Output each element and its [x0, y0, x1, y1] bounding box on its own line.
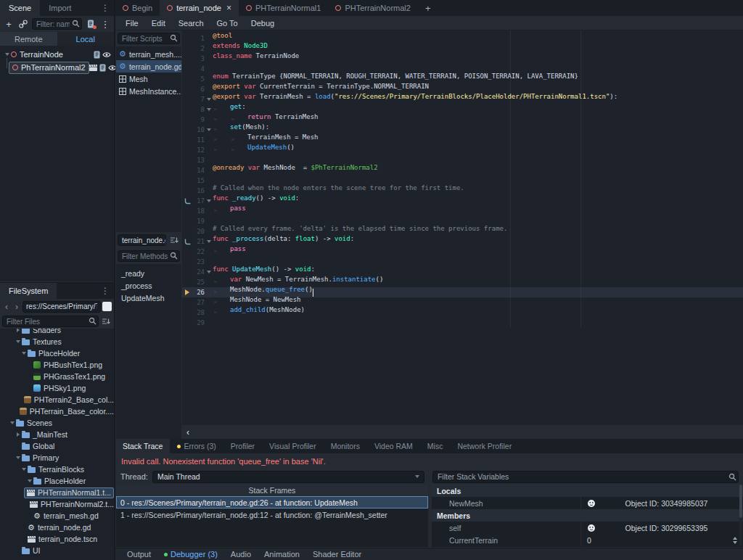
- script-list-item[interactable]: ⚙terrain_mesh....: [116, 48, 181, 60]
- fs-sort-icon[interactable]: [100, 316, 112, 327]
- code-line[interactable]: 28add_child(MeshNode): [182, 308, 743, 318]
- fs-tree-row[interactable]: Primary: [0, 452, 114, 464]
- fs-tree-row[interactable]: Shaders: [0, 329, 114, 336]
- scene-toolbar-menu-icon[interactable]: ⋮: [99, 18, 111, 30]
- fold-toggle[interactable]: [26, 479, 33, 482]
- fs-split-mode-button[interactable]: [102, 302, 112, 311]
- fs-tree-row[interactable]: Textures: [0, 336, 114, 347]
- stepper-down-icon[interactable]: [733, 541, 737, 544]
- scene-tab-PHTerrainNormal1[interactable]: PHTerrainNormal1: [239, 0, 328, 16]
- fs-tree-row[interactable]: PHTerrainNormal1.t...: [0, 487, 114, 498]
- code-line[interactable]: 22pass: [182, 247, 743, 257]
- fold-arrow-icon[interactable]: [22, 468, 26, 471]
- fs-tree-row[interactable]: ⚙terrain_mesh.gd: [0, 510, 114, 522]
- fold-toggle-icon[interactable]: [207, 128, 211, 131]
- fs-tree-row[interactable]: TerrainBlocks: [0, 464, 114, 475]
- connection-icon[interactable]: [184, 198, 191, 205]
- debugger-tab-errors-3-[interactable]: Errors (3): [170, 439, 223, 453]
- debugger-tab-monitors[interactable]: Monitors: [324, 439, 367, 453]
- scene-tree-row[interactable]: TerrainNode: [0, 48, 114, 61]
- scroll-left-icon[interactable]: ‹: [186, 427, 189, 437]
- fold-arrow-icon[interactable]: [10, 421, 15, 424]
- stack-frame-row[interactable]: 1 - res://Scenes/Primary/terrain_node.gd…: [116, 508, 428, 521]
- script-list-item[interactable]: ⚙terrain_node.gd: [116, 60, 181, 73]
- menu-debug[interactable]: Debug: [245, 19, 280, 28]
- fs-tree-row[interactable]: PHTerrain_Base_color....: [0, 405, 114, 417]
- bottom-tab-debugger-3-[interactable]: Debugger (3): [158, 550, 223, 559]
- fs-tree-row[interactable]: terrain_node.tscn: [0, 533, 114, 545]
- code-line[interactable]: 21func _process(delta: float) -> void:: [182, 236, 743, 247]
- fold-toggle-icon[interactable]: [207, 199, 211, 202]
- nav-back-icon[interactable]: ‹: [2, 302, 11, 312]
- fs-path-input[interactable]: [22, 301, 101, 313]
- fold-arrow-icon[interactable]: [17, 329, 20, 332]
- fold-toggle[interactable]: [20, 468, 28, 471]
- code-line[interactable]: 18pass: [182, 206, 743, 216]
- script-icon[interactable]: [94, 51, 100, 59]
- attach-script-icon[interactable]: [85, 18, 97, 30]
- scene-tab-terrain_node[interactable]: terrain_node×: [160, 0, 239, 16]
- debugger-tab-misc[interactable]: Misc: [420, 439, 451, 453]
- menu-search[interactable]: Search: [173, 19, 210, 28]
- fold-toggle[interactable]: [3, 53, 11, 56]
- fold-toggle[interactable]: [20, 352, 28, 355]
- bottom-tab-animation[interactable]: Animation: [258, 550, 305, 559]
- fold-toggle-icon[interactable]: [207, 271, 211, 273]
- fs-tree-row[interactable]: Scenes: [0, 417, 114, 429]
- bottom-tab-shader-editor[interactable]: Shader Editor: [307, 550, 367, 559]
- instance-scene-button[interactable]: [17, 18, 29, 30]
- fold-toggle[interactable]: [15, 329, 22, 332]
- code-line[interactable]: 12UpdateMesh(): [182, 145, 743, 155]
- remote-tab[interactable]: Remote: [0, 32, 57, 46]
- stepper-up-icon[interactable]: [733, 537, 737, 540]
- fold-arrow-icon[interactable]: [16, 340, 20, 343]
- script-icon[interactable]: [99, 64, 106, 72]
- code-line[interactable]: 17func _ready() -> void:: [182, 196, 743, 206]
- method-item[interactable]: _process: [116, 279, 181, 292]
- fs-tree-row[interactable]: Global: [0, 440, 114, 452]
- fold-toggle-icon[interactable]: [207, 98, 211, 101]
- menu-go-to[interactable]: Go To: [211, 19, 244, 28]
- menu-file[interactable]: File: [120, 19, 144, 28]
- selected-node-box[interactable]: PhTerrainNormal2: [9, 62, 89, 74]
- fold-toggle-icon[interactable]: [207, 108, 211, 111]
- fold-toggle[interactable]: [9, 421, 16, 424]
- value-stepper[interactable]: [733, 537, 737, 544]
- fs-tree-row[interactable]: UI: [0, 545, 114, 556]
- filter-stack-variables-input[interactable]: [432, 471, 739, 483]
- add-node-button[interactable]: +: [3, 18, 15, 30]
- debugger-tab-stack-trace[interactable]: Stack Trace: [115, 439, 170, 453]
- variable-row[interactable]: CurrentTerrain0: [432, 534, 743, 546]
- fold-toggle[interactable]: [15, 456, 22, 459]
- variable-row[interactable]: selfObject ID: 30299653395: [432, 522, 743, 534]
- method-item[interactable]: _ready: [116, 267, 181, 279]
- code-line[interactable]: 29: [182, 318, 743, 328]
- selected-file-box[interactable]: PHTerrainNormal1.t...: [24, 487, 114, 498]
- stack-frame-row[interactable]: 0 - res://Scenes/Primary/terrain_node.gd…: [116, 496, 428, 508]
- fs-tree-row[interactable]: PHTerrain2_Base_col...: [0, 394, 114, 405]
- debugger-tab-profiler[interactable]: Profiler: [223, 439, 262, 453]
- dock-tab-scene[interactable]: Scene: [0, 0, 40, 16]
- debugger-tab-video-ram[interactable]: Video RAM: [367, 439, 420, 453]
- fs-tree-row[interactable]: PHTerrainNormal2.t...: [0, 498, 114, 510]
- fs-filter-input[interactable]: [2, 316, 99, 327]
- scene-tab-PHTerrainNormal2[interactable]: PHTerrainNormal2: [328, 0, 417, 16]
- script-sort-icon[interactable]: [168, 234, 180, 246]
- fs-tree-row[interactable]: PHGrassTex1.png: [0, 371, 114, 382]
- scene-tab-Begin[interactable]: Begin: [115, 0, 160, 16]
- filesystem-menu-icon[interactable]: ⋮: [97, 286, 114, 296]
- clapper-icon[interactable]: [89, 65, 97, 71]
- fold-toggle[interactable]: [15, 340, 22, 343]
- variable-row[interactable]: NewMeshObject ID: 30349985037: [432, 497, 743, 509]
- fold-arrow-icon[interactable]: [17, 432, 20, 437]
- thread-dropdown[interactable]: Main Thread: [152, 471, 424, 483]
- code-line[interactable]: 3class_name TerrainNode: [182, 54, 743, 64]
- script-list-item[interactable]: Mesh: [116, 73, 181, 85]
- bottom-tab-output[interactable]: Output: [121, 550, 157, 559]
- code-editor[interactable]: 1@tool2extends Node3D3class_name Terrain…: [182, 30, 743, 424]
- fold-arrow-icon[interactable]: [5, 53, 9, 56]
- bottom-tab-audio[interactable]: Audio: [225, 550, 257, 559]
- fold-toggle-icon[interactable]: [207, 240, 211, 243]
- scene-dock-menu-icon[interactable]: ⋮: [97, 3, 114, 13]
- fold-toggle[interactable]: [15, 432, 22, 437]
